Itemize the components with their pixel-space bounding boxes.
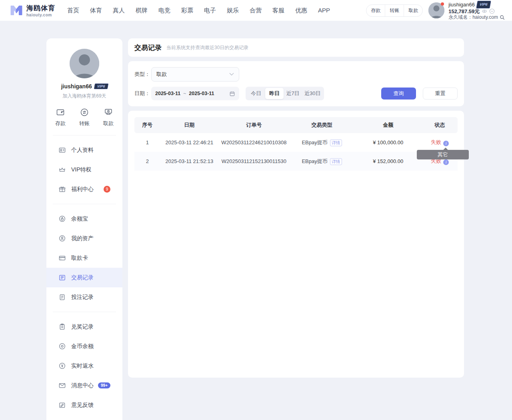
- nav-item-sports[interactable]: 体育: [90, 7, 102, 14]
- nav-item-board[interactable]: 棋牌: [136, 7, 148, 14]
- sidebar-item-redeem[interactable]: 兑奖记录: [46, 317, 122, 336]
- sidebar-item-transactions[interactable]: 交易记录: [46, 268, 122, 287]
- col-header-amount: 金额: [354, 121, 422, 129]
- withdraw-button[interactable]: 取款: [404, 5, 422, 16]
- nav-item-slots[interactable]: 电子: [204, 7, 216, 14]
- sidebar-item-feedback[interactable]: 意见反馈: [46, 395, 122, 415]
- eye-icon[interactable]: [482, 8, 487, 14]
- cell-date: 2025-03-11 22:46:21: [160, 139, 218, 145]
- cell-order: W202503112152130011530: [218, 158, 290, 164]
- deposit-button[interactable]: 存款: [366, 5, 385, 16]
- divider: [53, 204, 116, 204]
- sidebar-item-label: 福利中心: [71, 186, 94, 193]
- sidebar-item-label: 意见反馈: [71, 402, 94, 409]
- range-today[interactable]: 今日: [247, 88, 265, 99]
- quick-withdraw-label: 取款: [103, 120, 114, 127]
- col-header-order: 订单号: [218, 121, 290, 129]
- sidebar-item-bets[interactable]: 投注记录: [46, 287, 122, 307]
- sidebar-item-withdraw-card[interactable]: 取款卡: [46, 248, 122, 268]
- profile-name: jiushigan66: [61, 83, 92, 90]
- profile-avatar-photo: [70, 49, 99, 78]
- range-7days[interactable]: 近7日: [284, 88, 302, 99]
- sidebar-item-label: 我的资产: [71, 235, 94, 242]
- range-30days[interactable]: 近30日: [302, 88, 323, 99]
- divider: [53, 135, 116, 135]
- type-label: 类型：: [134, 71, 151, 78]
- vip-badge: VIP6: [476, 1, 491, 8]
- bet-records-icon: [58, 293, 66, 301]
- sidebar-item-personal[interactable]: 个人资料: [46, 140, 122, 160]
- sidebar-item-assets[interactable]: 我的资产: [46, 229, 122, 248]
- cell-type: EBpay提币详情: [290, 158, 354, 165]
- nav-item-entertainment[interactable]: 娱乐: [227, 7, 239, 14]
- profile-avatar[interactable]: [70, 49, 99, 78]
- status-tooltip: 其它: [417, 150, 469, 159]
- date-range-picker[interactable]: 2025-03-11 ~ 2025-03-11: [151, 87, 239, 100]
- nav-item-promo[interactable]: 优惠: [295, 7, 307, 14]
- transfer-button[interactable]: 转账: [385, 5, 404, 16]
- transaction-type: EBpay提币: [302, 158, 327, 164]
- quick-withdraw-button[interactable]: 取款: [103, 107, 114, 127]
- transaction-records-icon: [58, 274, 66, 281]
- page-title: 交易记录: [134, 43, 162, 52]
- brand-logo[interactable]: 海鸥体育 haiouty.com: [10, 4, 55, 17]
- type-select[interactable]: 取款: [151, 67, 239, 82]
- transaction-type: EBpay提币: [302, 139, 327, 145]
- sidebar-item-label: 兑奖记录: [71, 323, 94, 330]
- divider: [53, 312, 116, 312]
- nav-item-lottery[interactable]: 彩票: [181, 7, 193, 14]
- quick-deposit-label: 存款: [55, 120, 66, 127]
- quick-deposit-button[interactable]: 存款: [55, 107, 66, 127]
- sidebar-item-vip[interactable]: VIP特权: [46, 160, 122, 179]
- sidebar-item-messages[interactable]: 消息中心 99+: [46, 376, 122, 395]
- cell-no: 2: [134, 158, 160, 164]
- cell-amount: ¥ 152,000.00: [354, 158, 422, 164]
- cell-date: 2025-03-11 21:52:13: [160, 158, 218, 164]
- nav-item-app[interactable]: APP: [318, 7, 330, 14]
- status-info-icon[interactable]: i: [443, 141, 449, 146]
- sidebar-item-label: 交易记录: [71, 274, 94, 281]
- quick-transfer-button[interactable]: 转账: [79, 107, 90, 127]
- assets-icon: [58, 235, 66, 242]
- sidebar-item-welfare[interactable]: 福利中心 9: [46, 179, 122, 199]
- page-subtitle: 当前系统支持查询最近30日的交易记录: [166, 44, 248, 51]
- sidebar-item-rebate[interactable]: 实时返水: [46, 356, 122, 376]
- detail-tag-button[interactable]: 详情: [330, 158, 342, 165]
- search-icon[interactable]: [500, 15, 505, 20]
- wallet-quick-buttons: 存款 转账 取款: [366, 4, 423, 17]
- nav-item-partner[interactable]: 合营: [250, 7, 262, 14]
- clipboard-icon: [58, 323, 66, 330]
- query-button[interactable]: 查询: [381, 88, 416, 100]
- joined-days: 加入海鸥体育第69天: [46, 93, 122, 100]
- sidebar-item-coins[interactable]: 金币余额: [46, 336, 122, 356]
- nav-item-live[interactable]: 真人: [113, 7, 125, 14]
- records-table-panel: 序号 日期 订单号 交易类型 金额 状态 1 2025-03-11 22:46:…: [128, 111, 464, 378]
- nav-item-home[interactable]: 首页: [67, 7, 79, 14]
- sidebar-item-yuebao[interactable]: 余额宝: [46, 209, 122, 229]
- range-yesterday[interactable]: 昨日: [265, 88, 284, 99]
- welfare-badge: 9: [104, 186, 110, 193]
- filter-panel: 类型： 取款 日期： 2025-03-11 ~ 2025-03-11 今日: [128, 61, 464, 106]
- permanent-domain: 永久域名：haiouty.com: [448, 14, 498, 20]
- user-avatar[interactable]: [428, 2, 444, 18]
- crown-icon: [58, 166, 66, 173]
- top-bar: 海鸥体育 haiouty.com 首页 体育 真人 棋牌 电竞 彩票 电子 娱乐…: [0, 0, 512, 21]
- table-row: 1 2025-03-11 22:46:21 W20250311224621001…: [134, 133, 458, 152]
- nav-item-esports[interactable]: 电竞: [158, 7, 170, 14]
- col-header-status: 状态: [422, 121, 458, 129]
- status-info-icon[interactable]: i: [443, 159, 449, 165]
- main-nav: 首页 体育 真人 棋牌 电竞 彩票 电子 娱乐 合营 客服 优惠 APP: [67, 7, 330, 14]
- reset-button[interactable]: 重置: [423, 88, 458, 100]
- notification-dot: [441, 2, 444, 6]
- balance-amount: 152,787.59元: [448, 8, 480, 14]
- nav-item-service[interactable]: 客服: [272, 7, 284, 14]
- detail-tag-button[interactable]: 详情: [330, 139, 342, 146]
- account-sidebar: jiushigan66 VIP6 加入海鸥体育第69天 存款 转账: [46, 38, 122, 420]
- table-row: 2 2025-03-11 21:52:13 W20250311215213001…: [134, 152, 458, 171]
- yuebao-icon: [58, 215, 66, 223]
- chevron-down-circle-icon[interactable]: [489, 8, 495, 14]
- date-separator: ~: [183, 91, 186, 96]
- transfer-icon: [80, 107, 89, 117]
- feedback-icon: [58, 401, 66, 409]
- calendar-icon: [229, 91, 235, 97]
